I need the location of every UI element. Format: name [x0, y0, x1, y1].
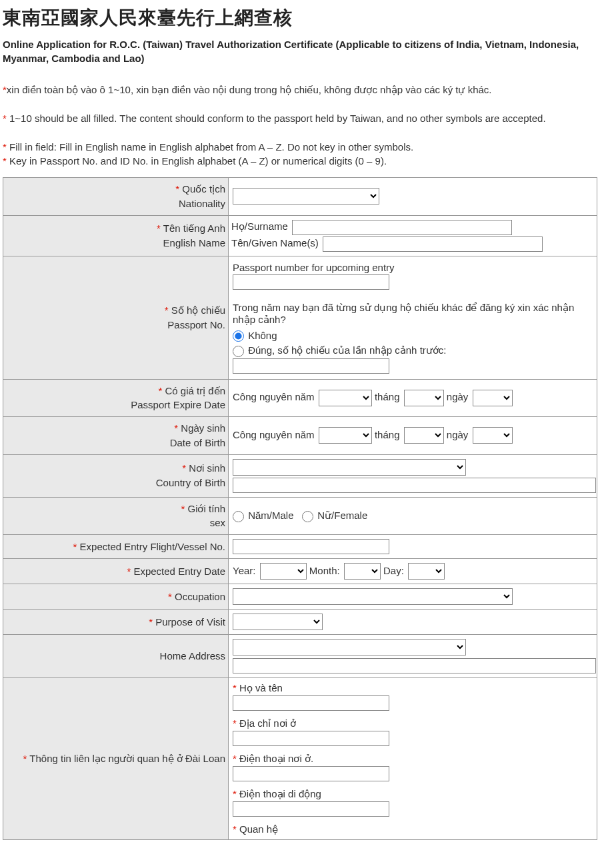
cob-select[interactable] — [233, 459, 466, 476]
passport-question: Trong năm nay bạn đã từng sử dụng hộ chi… — [233, 302, 593, 326]
expire-label: * Có giá trị đến Passport Expire Date — [3, 379, 229, 417]
instruction-4: Key in Passport No. and ID No. in Englis… — [7, 155, 387, 167]
dob-year-select[interactable] — [319, 427, 372, 444]
instruction-1: xin điền toàn bộ vào ô 1~10, xin bạn điề… — [7, 84, 492, 95]
home-address-label: Home Address — [3, 635, 229, 678]
purpose-label: * Purpose of Visit — [3, 610, 229, 635]
dob-label: * Ngày sinh Date of Birth — [3, 417, 229, 455]
home-address-select[interactable] — [233, 639, 466, 655]
dob-day-select[interactable] — [473, 427, 513, 444]
contact-tel-mobile-label: Điện thoại di động — [237, 788, 321, 799]
page-subtitle: Online Application for R.O.C. (Taiwan) T… — [3, 37, 597, 65]
given-name-input[interactable] — [323, 236, 543, 252]
cob-label: * Nơi sinh Country of Birth — [3, 454, 229, 497]
passport-other-yes-radio[interactable] — [233, 346, 244, 357]
passport-other-no-label: Không — [248, 330, 277, 341]
expire-year-select[interactable] — [319, 390, 372, 406]
given-name-label: Tên/Given Name(s) — [231, 237, 319, 248]
page-title: 東南亞國家人民來臺先行上網查核 — [3, 5, 597, 31]
application-form: * Quốc tịch Nationality * Tên tiếng Anh … — [3, 177, 597, 840]
entry-year-select[interactable] — [260, 563, 307, 580]
passport-label: * Số hộ chiếu Passport No. — [3, 256, 229, 379]
sex-female-label: Nữ/Female — [317, 510, 367, 521]
instructions-block: *xin điền toàn bộ vào ô 1~10, xin bạn đi… — [3, 83, 597, 168]
contact-relation-label: Quan hệ — [237, 823, 278, 835]
surname-label: Họ/Surname — [231, 220, 288, 232]
passport-other-no-radio[interactable] — [233, 330, 244, 342]
entry-date-label: * Expected Entry Date — [3, 559, 229, 584]
contact-name-input[interactable] — [233, 695, 389, 711]
sex-male-label: Năm/Male — [248, 510, 293, 521]
occupation-label: * Occupation — [3, 584, 229, 610]
flight-input[interactable] — [233, 539, 389, 554]
contact-taiwan-label: * Thông tin liên lạc người quan hệ ở Đài… — [3, 678, 229, 840]
surname-input[interactable] — [292, 220, 512, 235]
nationality-select[interactable] — [233, 188, 379, 205]
expire-month-select[interactable] — [404, 390, 444, 406]
contact-tel-home-input[interactable] — [233, 766, 389, 781]
sex-male-radio[interactable] — [233, 511, 244, 522]
purpose-select[interactable] — [233, 614, 323, 630]
contact-address-label: Địa chỉ nơi ở — [237, 717, 296, 729]
passport-upcoming-input[interactable] — [233, 274, 389, 290]
flight-label: * Expected Entry Flight/Vessel No. — [3, 535, 229, 559]
sex-label: * Giới tính sex — [3, 497, 229, 535]
instruction-2: 1~10 should be all filled. The content s… — [7, 113, 546, 124]
cob-input[interactable] — [233, 478, 596, 493]
occupation-select[interactable] — [233, 588, 513, 605]
passport-previous-input[interactable] — [233, 358, 389, 374]
nationality-label: * Quốc tịch Nationality — [3, 178, 229, 216]
contact-address-input[interactable] — [233, 731, 389, 746]
entry-month-select[interactable] — [344, 563, 381, 580]
contact-tel-mobile-input[interactable] — [233, 801, 389, 817]
home-address-input[interactable] — [233, 658, 596, 673]
expire-day-select[interactable] — [473, 390, 513, 406]
passport-upcoming-label: Passport number for upcoming entry — [233, 262, 593, 273]
english-name-label: * Tên tiếng Anh English Name — [3, 215, 229, 256]
sex-female-radio[interactable] — [302, 511, 313, 522]
contact-name-label: Họ và tên — [237, 682, 283, 693]
instruction-3: Fill in field: Fill in English name in E… — [7, 141, 413, 153]
dob-month-select[interactable] — [404, 427, 444, 444]
entry-day-select[interactable] — [408, 563, 445, 580]
contact-tel-home-label: Điện thoại nơi ở. — [237, 753, 313, 764]
passport-other-yes-label: Đúng, số hộ chiếu của lần nhập cảnh trướ… — [248, 344, 446, 356]
